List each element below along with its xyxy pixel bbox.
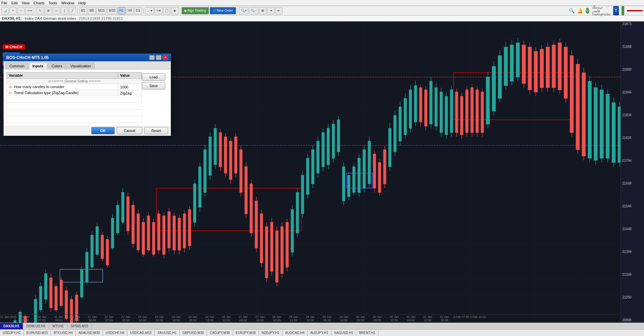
tf-h1[interactable]: H1 <box>118 7 125 14</box>
btab-usdchf[interactable]: USDCHF,H4 <box>103 330 127 336</box>
reset-button[interactable]: Reset <box>144 127 168 134</box>
separator-text: ====== General Setting ====== <box>52 79 100 83</box>
dialog-actions: OK Cancel Reset <box>4 126 171 136</box>
price-scale: 21873 21868 21860 21846 21834 21826 2179… <box>621 21 644 323</box>
tab-inputs[interactable]: Inputs <box>29 63 47 69</box>
zoom-in[interactable]: 🔍+ <box>239 7 249 14</box>
price-level: 21546 <box>622 204 643 208</box>
btab-audcad[interactable]: AUDCAD,H4 <box>282 330 308 336</box>
toolbar-crosshair[interactable]: ⊕ <box>45 7 52 14</box>
price-level: 20908 <box>622 318 643 322</box>
dialog-close-btn[interactable]: ✕ <box>163 55 168 60</box>
btab-nzdjpy[interactable]: NZDJPY,H1 <box>259 330 282 336</box>
tab-common[interactable]: Common <box>6 63 28 69</box>
m-choch-red-label[interactable]: M CHoCH <box>3 44 25 50</box>
btab-audjpy[interactable]: AUDJPY,H1 <box>308 330 331 336</box>
ok-button[interactable]: OK <box>91 127 115 134</box>
stab-dax30h1[interactable]: DAX30,H1 <box>0 323 23 329</box>
algo-trading-btn[interactable]: ▶ Algo Trading <box>181 7 209 14</box>
col-variable: Variable <box>7 72 118 79</box>
chart-description: Index DAX German stock index <box>24 16 76 20</box>
menu-edit[interactable]: Edit <box>11 1 18 5</box>
btab-usdcad[interactable]: USDCAD,M15 <box>127 330 155 336</box>
dialog-maximize-btn[interactable]: □ <box>156 55 161 60</box>
sep3 <box>143 7 144 14</box>
table-separator-row: ⚙ ====== General Setting ====== <box>7 79 142 84</box>
save-button[interactable]: Save <box>142 82 165 89</box>
btab-usdjpy[interactable]: USDJPY,H1 <box>0 330 24 336</box>
user-icon[interactable]: U <box>586 8 589 14</box>
tf-d1[interactable]: D1 <box>134 7 142 14</box>
auto-scroll[interactable]: ⇥ <box>267 7 274 14</box>
toolbar-plus[interactable]: + <box>9 7 17 14</box>
separator-variable: ⚙ ====== General Setting ====== <box>7 79 142 84</box>
btab-gbpusd[interactable]: GBPUSD,M30 <box>180 330 207 336</box>
toolbar-minus[interactable]: − <box>17 7 25 14</box>
menu-tools[interactable]: Tools <box>49 1 57 5</box>
btab-xagusd[interactable]: XAGUSD,H1 <box>331 330 357 336</box>
dialog[interactable]: BOS-CHoCH MT5 1.05 ─ □ ✕ Common Inputs C… <box>3 54 171 136</box>
tf-m15[interactable]: M15 <box>97 7 106 14</box>
table-row-candles: ⊙ How many candles to consider 1000 <box>7 84 142 90</box>
row-candles-value[interactable]: 1000 <box>118 84 142 90</box>
tf-m1[interactable]: M1 <box>79 7 87 14</box>
menu-view[interactable]: View <box>22 1 30 5</box>
menu-window[interactable]: Window <box>61 1 74 5</box>
indicators[interactable]: ∿▾ <box>155 7 162 14</box>
notification-icon[interactable]: 🔔 <box>577 8 583 13</box>
search-icon[interactable]: 🔍 <box>569 8 575 13</box>
toolbar-vline[interactable]: | <box>61 7 68 14</box>
btab-eurjpy[interactable]: EURJPY,M15 <box>233 330 259 336</box>
price-level: 21860 <box>622 68 643 71</box>
cancel-button[interactable]: Cancel <box>117 127 142 134</box>
btab-eurusd[interactable]: EURUSD,M15 <box>24 330 51 336</box>
grid-toggle[interactable]: ⊞ <box>259 7 266 14</box>
menu-bar: File Edit View Charts Tools Window Help <box>0 0 644 6</box>
row-candles-variable: ⊙ How many candles to consider <box>7 84 118 90</box>
dialog-minimize-btn[interactable]: ─ <box>149 55 155 60</box>
btab-adausd[interactable]: ADAUSD,M30 <box>76 330 103 336</box>
toolbar-new-chart[interactable]: 📊 <box>1 7 9 14</box>
btab-brent[interactable]: BRENT,H1 <box>356 330 378 336</box>
empty-row <box>7 116 142 123</box>
load-button[interactable]: Load <box>142 73 165 81</box>
zoom-out[interactable]: 🔍− <box>249 7 258 14</box>
symbol-tabs: DAX30,H1 DOW,US,H4 WTI,H1 SP500,M15 <box>0 323 644 329</box>
dialog-title: BOS-CHoCH MT5 1.05 <box>6 55 49 60</box>
objects[interactable]: ◈ <box>171 7 178 14</box>
content-row: Variable Value ⚙ ====== General Setting … <box>6 72 168 123</box>
stab-dowush4[interactable]: DOW,US,H4 <box>23 323 49 329</box>
row-trend-value[interactable]: ZigZag <box>118 90 142 96</box>
price-level: 21834 <box>622 113 643 117</box>
empty-row <box>7 96 142 103</box>
btab-cadjpy[interactable]: CADJPY,M30 <box>207 330 233 336</box>
chart-symbol-tf: DAX30, H1: <box>2 16 22 20</box>
inputs-table: Variable Value ⚙ ====== General Setting … <box>6 72 142 123</box>
price-level: 21394 <box>622 250 643 254</box>
btab-xauusd[interactable]: XAUUSD,H1 <box>155 330 179 336</box>
toolbar-cursor[interactable]: ↖ <box>37 7 44 14</box>
dialog-tabs: Common Inputs Colors Visualization <box>4 61 171 69</box>
price-level: 21846 <box>622 90 643 94</box>
tf-m30[interactable]: M30 <box>107 7 117 14</box>
menu-file[interactable]: File <box>1 1 7 5</box>
btab-btcusd[interactable]: BTCUSD,H4 <box>51 330 76 336</box>
tf-m5[interactable]: M5 <box>88 7 96 14</box>
price-level: 21868 <box>622 45 643 49</box>
stab-wtih1[interactable]: WTI,H1 <box>49 323 67 329</box>
toolbar-hline[interactable]: — <box>53 7 60 14</box>
svg-rect-238 <box>618 107 621 162</box>
stab-sp500m15[interactable]: SP500,M15 <box>67 323 92 329</box>
tab-visualization[interactable]: Visualization <box>66 63 95 69</box>
tf-h4[interactable]: H4 <box>126 7 134 14</box>
chart-type[interactable]: 📈▾ <box>145 7 154 14</box>
new-order-btn[interactable]: 🛒 New Order <box>210 7 236 14</box>
template[interactable]: 📋 <box>163 7 170 14</box>
toolbar-line[interactable]: ⟿ <box>25 7 34 14</box>
tab-colors[interactable]: Colors <box>48 63 66 69</box>
chart-shift[interactable]: ⇤ <box>275 7 282 14</box>
dialog-content: Variable Value ⚙ ====== General Setting … <box>4 69 171 126</box>
toolbar-trendline[interactable]: ╱ <box>69 7 76 14</box>
menu-charts[interactable]: Charts <box>34 1 44 5</box>
menu-help[interactable]: Help <box>78 1 86 5</box>
